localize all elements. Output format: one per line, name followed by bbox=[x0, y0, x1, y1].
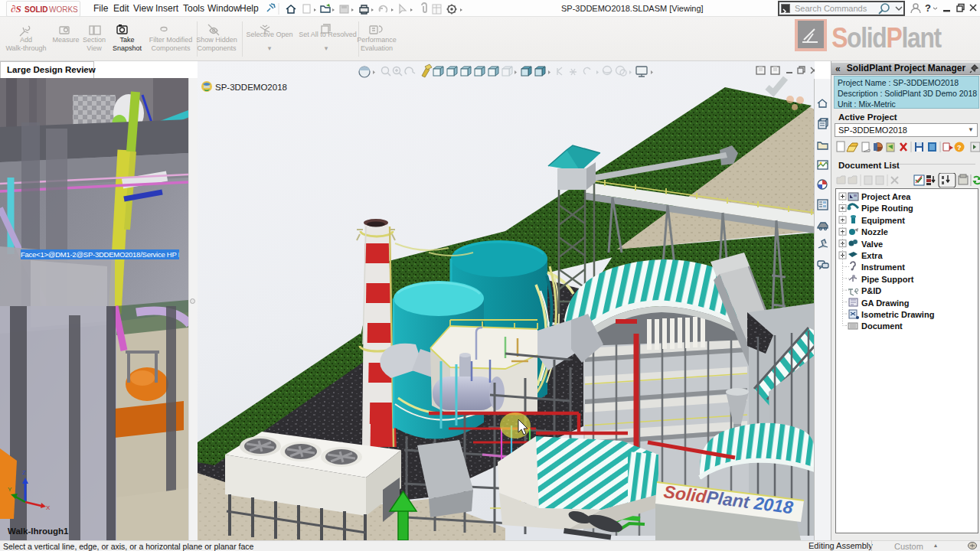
svg-text:Document: Document bbox=[861, 321, 903, 331]
svg-text:WORKS: WORKS bbox=[49, 5, 78, 14]
svg-text:X: X bbox=[46, 504, 51, 511]
svg-text:SolidPlant: SolidPlant bbox=[831, 22, 942, 54]
svg-text:Extra: Extra bbox=[861, 251, 883, 260]
svg-text:Instrument: Instrument bbox=[861, 262, 905, 272]
svg-text:P&ID: P&ID bbox=[861, 286, 881, 295]
svg-text:Y: Y bbox=[8, 486, 12, 493]
svg-text:SOLID: SOLID bbox=[24, 5, 48, 14]
svg-text:∂S: ∂S bbox=[11, 3, 21, 15]
svg-text:Project Area: Project Area bbox=[861, 192, 911, 201]
svg-text:Pipe Routing: Pipe Routing bbox=[861, 204, 913, 213]
svg-text:?: ? bbox=[925, 2, 931, 14]
svg-text:Isometric Drawing: Isometric Drawing bbox=[861, 310, 934, 319]
svg-text:Pipe Support: Pipe Support bbox=[861, 275, 914, 284]
svg-text:?: ? bbox=[957, 144, 962, 152]
svg-text:SP-3DDEMO2018: SP-3DDEMO2018 bbox=[215, 83, 287, 92]
svg-text:Nozzle: Nozzle bbox=[861, 227, 888, 236]
svg-text:GA Drawing: GA Drawing bbox=[861, 298, 910, 308]
svg-text:Z: Z bbox=[22, 469, 26, 476]
svg-text:Equipment: Equipment bbox=[861, 216, 905, 225]
svg-text:Valve: Valve bbox=[861, 240, 883, 249]
